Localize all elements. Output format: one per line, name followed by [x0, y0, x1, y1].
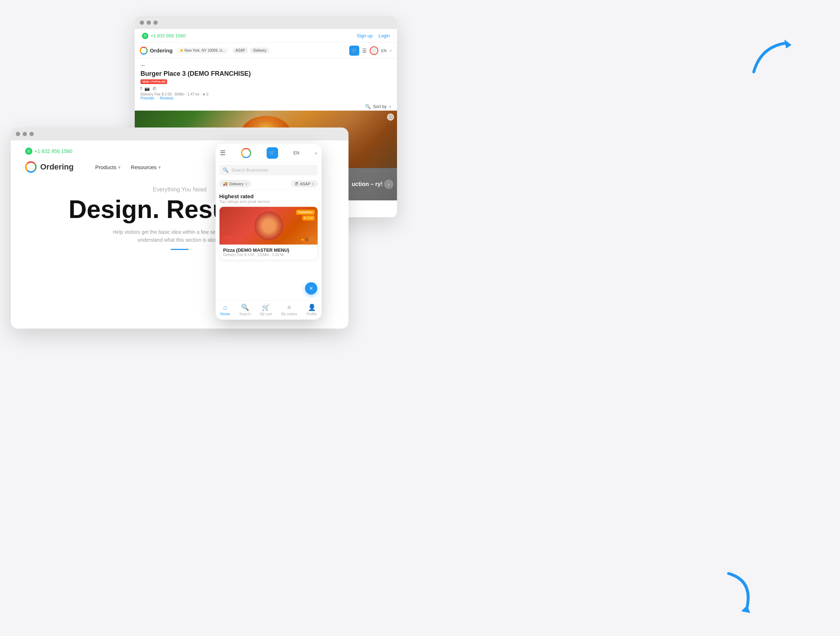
right-arrow-svg: [750, 39, 797, 79]
lang-chevron-back: ∨: [390, 49, 392, 52]
products-label: Products: [95, 164, 117, 170]
delivery-label: Delivery: [229, 182, 243, 186]
search-box[interactable]: 🔍 Search Businesses: [219, 165, 318, 175]
business-detail: ← Burger Place 3 (DEMO FRANCHISE) NEW / …: [135, 58, 397, 102]
search-icon-sort[interactable]: 🔍: [365, 104, 371, 109]
business-links: Preorder · Reviews: [141, 96, 391, 100]
food-strip-text: uction – ry!: [352, 181, 383, 187]
mobile-app-window: ☰ 🛒 EN ∨ 🔍 Search Businesses 🚚 Delivery …: [216, 144, 322, 320]
nav-products[interactable]: Products ∨: [95, 164, 121, 170]
business-name: Burger Place 3 (DEMO FRANCHISE): [141, 70, 391, 77]
star-icon: ★: [301, 238, 304, 242]
back-arrow-back[interactable]: ←: [141, 62, 391, 69]
page-container: ✆ +1 832 956 1560 Sign up Login Ordering…: [0, 0, 840, 636]
bottom-nav-home[interactable]: ⌂ Home: [220, 304, 230, 316]
asap-filter[interactable]: ⏱ ASAP ∨: [291, 180, 318, 187]
mobile-cart-btn[interactable]: 🛒: [267, 147, 278, 159]
preorder-link[interactable]: Preorder: [141, 96, 155, 100]
delivery-filter[interactable]: 🚚 Delivery ∨: [219, 180, 251, 187]
logo-text-back: Ordering: [150, 47, 172, 54]
section-sub: Top ratings and great service: [219, 199, 318, 204]
price-badge: $ 1.00: [302, 216, 315, 220]
orders-nav-label: My orders: [281, 312, 297, 316]
sort-row: 🔍 Sort by ∨: [135, 102, 397, 110]
lang-back[interactable]: EN: [381, 49, 387, 53]
fab-button[interactable]: ×: [305, 282, 317, 294]
menu-icon-back[interactable]: ☰: [362, 48, 367, 54]
dot-3: [153, 20, 158, 25]
hero-line: [171, 249, 189, 250]
bottom-nav-cart[interactable]: 🛒 My cart: [260, 304, 272, 316]
phone-number-back: +1 832 956 1560: [150, 33, 186, 38]
phone-link-front[interactable]: ✆ +1 832 956 1560: [25, 148, 73, 155]
avatar-back: [370, 46, 378, 55]
asap-pill[interactable]: ASAP: [232, 47, 249, 54]
ordering-logo-back: Ordering: [140, 47, 172, 55]
svg-marker-1: [741, 605, 750, 613]
resources-chevron: ∨: [158, 165, 161, 170]
logo-ring-back: [140, 47, 148, 55]
reviews-link[interactable]: Reviews: [160, 96, 174, 100]
search-icon-mobile: 🔍: [223, 167, 229, 173]
asap-chevron: ∨: [312, 182, 314, 186]
pizza-image: franchise $ 1.00 PP ★ 5 ♡: [219, 207, 317, 244]
rating-value: 5: [306, 238, 308, 242]
chrome-bar-back: [135, 16, 397, 29]
whatsapp-icon-biz[interactable]: ✆: [153, 86, 156, 91]
dot-front-1: [16, 132, 20, 136]
products-chevron: ∨: [118, 165, 121, 170]
bottom-nav-search[interactable]: 🔍 Search: [239, 304, 251, 316]
right-arrow-decoration: [750, 39, 797, 80]
dot-1: [140, 20, 144, 25]
pp-logo: PP: [223, 234, 233, 242]
phone-number-front: +1 832 956 1560: [35, 148, 73, 154]
mobile-search: 🔍 Search Businesses: [216, 162, 322, 178]
new-popular-badge: NEW / POPULAR: [141, 79, 167, 84]
dot-front-2: [23, 132, 27, 136]
sort-label[interactable]: Sort by: [373, 104, 387, 109]
delivery-chevron: ∨: [245, 182, 248, 186]
section-title: Highest rated: [219, 193, 318, 199]
phone-link-back[interactable]: ✆ +1 832 956 1560: [142, 33, 186, 39]
bottom-nav-profile[interactable]: 👤 Profile: [307, 304, 317, 316]
nav-resources[interactable]: Resources ∨: [131, 164, 161, 170]
resources-label: Resources: [131, 164, 157, 170]
hamburger-icon[interactable]: ☰: [220, 149, 226, 157]
info-button[interactable]: ⓘ: [387, 113, 394, 121]
heart-icon[interactable]: ♡: [309, 237, 314, 242]
auth-links: Sign up Login: [357, 33, 390, 38]
nav-icons-right-back: 🛒 ☰ EN ∨: [349, 46, 392, 56]
restaurant-card[interactable]: franchise $ 1.00 PP ★ 5 ♡ Pizza (DEMO MA…: [219, 206, 318, 260]
mobile-header: ☰ 🛒 EN ∨: [216, 144, 322, 162]
business-meta: Delivery Fee $ 2.00 · 60Min · 1.47 mi · …: [141, 92, 391, 96]
bottom-nav-orders[interactable]: ≡ My orders: [281, 304, 297, 316]
instagram-icon[interactable]: 📷: [144, 86, 150, 91]
orders-nav-icon: ≡: [287, 304, 291, 311]
cart-nav-icon: 🛒: [262, 304, 270, 311]
signup-link[interactable]: Sign up: [357, 33, 373, 38]
mobile-content: Highest rated Top ratings and great serv…: [216, 190, 322, 289]
asap-label: ASAP: [300, 182, 310, 186]
whatsapp-icon-front: ✆: [25, 148, 32, 155]
location-pill: New York, NY 10009, U...: [177, 47, 228, 54]
restaurant-meta: Delivery Fee $ 3.00 · 120Min · 3.33 Mi: [223, 253, 314, 257]
logo-text-front: Ordering: [40, 162, 74, 172]
cart-button-back[interactable]: 🛒: [349, 46, 359, 56]
login-link[interactable]: Login: [378, 33, 390, 38]
strip-arrow[interactable]: ›: [384, 179, 393, 189]
social-icons-back: f 📷 ✆: [141, 86, 391, 91]
ordering-logo-front: Ordering: [25, 161, 74, 173]
delivery-pill[interactable]: Delivery: [250, 47, 270, 54]
top-header-back: ✆ +1 832 956 1560 Sign up Login: [135, 29, 397, 43]
filter-row: 🚚 Delivery ∨ ⏱ ASAP ∨: [216, 178, 322, 190]
mobile-lang[interactable]: EN: [293, 151, 299, 156]
mobile-bottom-nav: ⌂ Home 🔍 Search 🛒 My cart ≡ My orders 👤 …: [216, 300, 322, 320]
bottom-arrow-svg: [722, 570, 761, 617]
sort-chevron: ∨: [389, 104, 391, 109]
facebook-icon[interactable]: f: [141, 86, 142, 91]
nav-pills: ASAP Delivery: [232, 47, 270, 54]
clock-icon: ⏱: [295, 182, 298, 186]
dot-2: [147, 20, 151, 25]
card-info: Pizza (DEMO MASTER MENU) Delivery Fee $ …: [219, 244, 317, 260]
delivery-icon: 🚚: [223, 181, 228, 186]
